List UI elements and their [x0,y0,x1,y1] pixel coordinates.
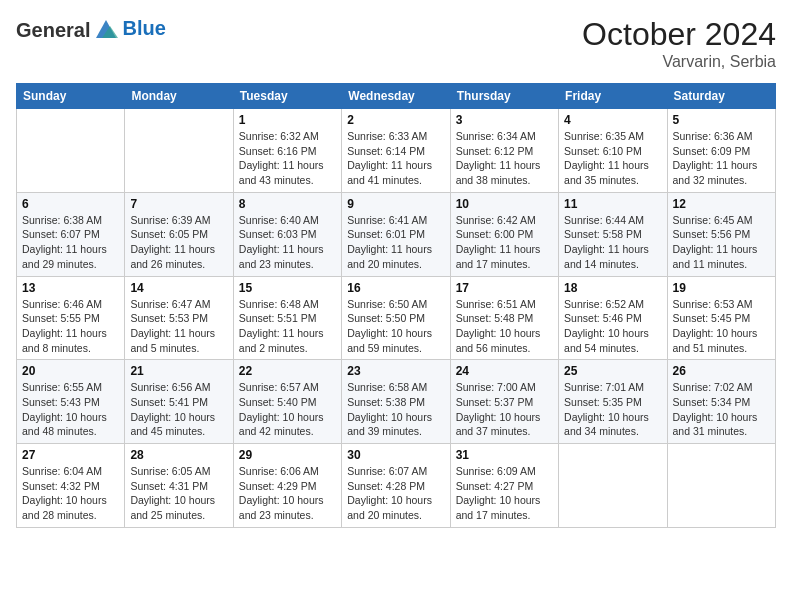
logo: General Blue [16,16,166,44]
calendar-cell: 7Sunrise: 6:39 AMSunset: 6:05 PMDaylight… [125,192,233,276]
calendar-cell: 29Sunrise: 6:06 AMSunset: 4:29 PMDayligh… [233,444,341,528]
day-number: 4 [564,113,661,127]
day-info: Sunrise: 6:41 AMSunset: 6:01 PMDaylight:… [347,213,444,272]
day-info: Sunrise: 7:02 AMSunset: 5:34 PMDaylight:… [673,380,770,439]
day-info: Sunrise: 6:38 AMSunset: 6:07 PMDaylight:… [22,213,119,272]
calendar-cell: 1Sunrise: 6:32 AMSunset: 6:16 PMDaylight… [233,109,341,193]
calendar-cell: 20Sunrise: 6:55 AMSunset: 5:43 PMDayligh… [17,360,125,444]
day-info: Sunrise: 6:48 AMSunset: 5:51 PMDaylight:… [239,297,336,356]
calendar-cell: 23Sunrise: 6:58 AMSunset: 5:38 PMDayligh… [342,360,450,444]
calendar-cell: 14Sunrise: 6:47 AMSunset: 5:53 PMDayligh… [125,276,233,360]
calendar-week-row: 1Sunrise: 6:32 AMSunset: 6:16 PMDaylight… [17,109,776,193]
day-number: 30 [347,448,444,462]
day-number: 10 [456,197,553,211]
calendar-cell: 18Sunrise: 6:52 AMSunset: 5:46 PMDayligh… [559,276,667,360]
calendar-header-wednesday: Wednesday [342,84,450,109]
day-info: Sunrise: 6:35 AMSunset: 6:10 PMDaylight:… [564,129,661,188]
day-info: Sunrise: 6:34 AMSunset: 6:12 PMDaylight:… [456,129,553,188]
logo-icon [92,16,120,44]
day-info: Sunrise: 6:57 AMSunset: 5:40 PMDaylight:… [239,380,336,439]
calendar-header-monday: Monday [125,84,233,109]
day-info: Sunrise: 6:56 AMSunset: 5:41 PMDaylight:… [130,380,227,439]
day-number: 12 [673,197,770,211]
day-number: 24 [456,364,553,378]
day-info: Sunrise: 6:04 AMSunset: 4:32 PMDaylight:… [22,464,119,523]
calendar-cell: 19Sunrise: 6:53 AMSunset: 5:45 PMDayligh… [667,276,775,360]
day-number: 20 [22,364,119,378]
day-number: 7 [130,197,227,211]
day-number: 6 [22,197,119,211]
day-number: 15 [239,281,336,295]
day-number: 1 [239,113,336,127]
calendar-week-row: 27Sunrise: 6:04 AMSunset: 4:32 PMDayligh… [17,444,776,528]
calendar-header-friday: Friday [559,84,667,109]
calendar-cell: 24Sunrise: 7:00 AMSunset: 5:37 PMDayligh… [450,360,558,444]
title-block: October 2024 Varvarin, Serbia [582,16,776,71]
calendar-cell: 3Sunrise: 6:34 AMSunset: 6:12 PMDaylight… [450,109,558,193]
day-info: Sunrise: 6:32 AMSunset: 6:16 PMDaylight:… [239,129,336,188]
location-title: Varvarin, Serbia [582,53,776,71]
day-info: Sunrise: 6:58 AMSunset: 5:38 PMDaylight:… [347,380,444,439]
day-info: Sunrise: 6:44 AMSunset: 5:58 PMDaylight:… [564,213,661,272]
calendar-week-row: 6Sunrise: 6:38 AMSunset: 6:07 PMDaylight… [17,192,776,276]
day-number: 27 [22,448,119,462]
day-number: 14 [130,281,227,295]
calendar-week-row: 13Sunrise: 6:46 AMSunset: 5:55 PMDayligh… [17,276,776,360]
calendar-cell: 6Sunrise: 6:38 AMSunset: 6:07 PMDaylight… [17,192,125,276]
day-number: 19 [673,281,770,295]
day-info: Sunrise: 6:53 AMSunset: 5:45 PMDaylight:… [673,297,770,356]
calendar-table: SundayMondayTuesdayWednesdayThursdayFrid… [16,83,776,528]
day-info: Sunrise: 7:00 AMSunset: 5:37 PMDaylight:… [456,380,553,439]
day-number: 26 [673,364,770,378]
logo-blue: Blue [122,17,165,39]
logo-general: General [16,19,90,42]
calendar-header-row: SundayMondayTuesdayWednesdayThursdayFrid… [17,84,776,109]
day-info: Sunrise: 7:01 AMSunset: 5:35 PMDaylight:… [564,380,661,439]
day-number: 29 [239,448,336,462]
day-number: 13 [22,281,119,295]
calendar-cell: 9Sunrise: 6:41 AMSunset: 6:01 PMDaylight… [342,192,450,276]
calendar-header-sunday: Sunday [17,84,125,109]
day-number: 23 [347,364,444,378]
calendar-header-saturday: Saturday [667,84,775,109]
calendar-cell: 13Sunrise: 6:46 AMSunset: 5:55 PMDayligh… [17,276,125,360]
calendar-cell [125,109,233,193]
calendar-cell: 11Sunrise: 6:44 AMSunset: 5:58 PMDayligh… [559,192,667,276]
calendar-cell: 27Sunrise: 6:04 AMSunset: 4:32 PMDayligh… [17,444,125,528]
day-info: Sunrise: 6:05 AMSunset: 4:31 PMDaylight:… [130,464,227,523]
day-info: Sunrise: 6:40 AMSunset: 6:03 PMDaylight:… [239,213,336,272]
day-info: Sunrise: 6:09 AMSunset: 4:27 PMDaylight:… [456,464,553,523]
calendar-cell: 16Sunrise: 6:50 AMSunset: 5:50 PMDayligh… [342,276,450,360]
calendar-header-thursday: Thursday [450,84,558,109]
day-number: 9 [347,197,444,211]
calendar-cell [559,444,667,528]
day-number: 22 [239,364,336,378]
calendar-cell: 25Sunrise: 7:01 AMSunset: 5:35 PMDayligh… [559,360,667,444]
day-info: Sunrise: 6:45 AMSunset: 5:56 PMDaylight:… [673,213,770,272]
day-info: Sunrise: 6:42 AMSunset: 6:00 PMDaylight:… [456,213,553,272]
calendar-cell: 2Sunrise: 6:33 AMSunset: 6:14 PMDaylight… [342,109,450,193]
calendar-header-tuesday: Tuesday [233,84,341,109]
day-info: Sunrise: 6:46 AMSunset: 5:55 PMDaylight:… [22,297,119,356]
day-number: 18 [564,281,661,295]
calendar-cell: 17Sunrise: 6:51 AMSunset: 5:48 PMDayligh… [450,276,558,360]
calendar-cell: 8Sunrise: 6:40 AMSunset: 6:03 PMDaylight… [233,192,341,276]
day-info: Sunrise: 6:07 AMSunset: 4:28 PMDaylight:… [347,464,444,523]
day-info: Sunrise: 6:39 AMSunset: 6:05 PMDaylight:… [130,213,227,272]
calendar-week-row: 20Sunrise: 6:55 AMSunset: 5:43 PMDayligh… [17,360,776,444]
day-number: 2 [347,113,444,127]
day-number: 21 [130,364,227,378]
calendar-cell: 12Sunrise: 6:45 AMSunset: 5:56 PMDayligh… [667,192,775,276]
day-info: Sunrise: 6:52 AMSunset: 5:46 PMDaylight:… [564,297,661,356]
calendar-cell: 30Sunrise: 6:07 AMSunset: 4:28 PMDayligh… [342,444,450,528]
day-number: 3 [456,113,553,127]
day-number: 25 [564,364,661,378]
month-title: October 2024 [582,16,776,53]
day-info: Sunrise: 6:47 AMSunset: 5:53 PMDaylight:… [130,297,227,356]
calendar-cell: 28Sunrise: 6:05 AMSunset: 4:31 PMDayligh… [125,444,233,528]
calendar-cell: 5Sunrise: 6:36 AMSunset: 6:09 PMDaylight… [667,109,775,193]
day-info: Sunrise: 6:06 AMSunset: 4:29 PMDaylight:… [239,464,336,523]
day-number: 8 [239,197,336,211]
day-info: Sunrise: 6:50 AMSunset: 5:50 PMDaylight:… [347,297,444,356]
calendar-cell: 10Sunrise: 6:42 AMSunset: 6:00 PMDayligh… [450,192,558,276]
